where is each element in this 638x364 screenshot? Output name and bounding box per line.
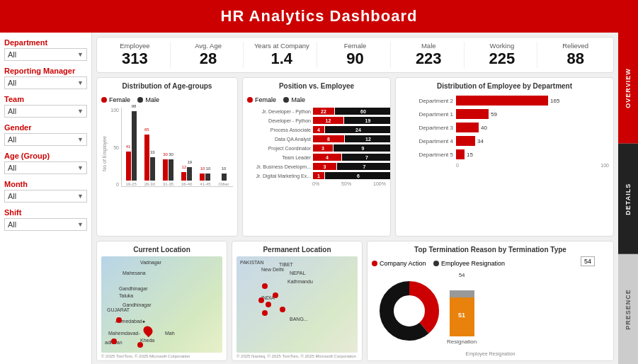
dept-bar-container: 34 [456,136,609,146]
perm-map-bang: BANG... [290,317,308,322]
position-chart-panel: Position vs. Employee Female Male [242,77,391,237]
dept-value: 15 [467,152,473,158]
donut-label-34: 34 [399,307,407,314]
term-resignation-dot [433,261,439,266]
filter-arrow-icon: ▼ [77,221,84,228]
dept-name: Department 2 [400,98,453,104]
termination-title: Top Termination Reason by Termination Ty… [372,246,609,254]
stat-value: 90 [320,50,390,68]
stat-label: Employee [100,42,170,50]
position-name: Developer - Python [247,118,311,123]
position-name: Team Leader [247,155,311,160]
dept-bar [456,136,475,146]
pos-male-bar: 7 [342,154,391,161]
pos-legend-male: Male [283,96,305,103]
age-legend-female: Female [101,96,130,103]
stat-label: Female [320,42,390,50]
tab-details[interactable]: DETAILS [618,144,638,255]
stat-label: Years at Company [246,42,317,50]
dept-bar [456,123,479,132]
app-container: HR Analytics Dashboard Department All ▼ … [0,0,638,364]
map-label-gandhinagar-taluka2: Taluka [119,293,133,298]
filter-value: All [8,135,16,144]
termination-panel: Top Termination Reason by Termination Ty… [367,241,614,361]
dept-x-0: 0 [456,163,459,168]
tab-presence[interactable]: PRESENCE [618,254,638,364]
filter-label: Department [4,38,87,47]
filter-label: Team [4,95,87,103]
position-bars-pair: 1 6 [313,172,391,179]
filter-value: All [8,192,16,200]
filter-group-shift: Shift All ▼ [4,208,87,231]
perm-dot-6 [262,310,268,316]
age-bar-group: 419819-25 [125,111,136,186]
filter-select[interactable]: All ▼ [4,105,87,118]
position-bars-pair: 4 24 [313,126,391,133]
dept-bar-container: 59 [456,109,609,119]
pos-female-bar: 12 [313,117,343,124]
filter-select[interactable]: All ▼ [4,190,87,203]
term-legend-company-label: Company Action [380,260,426,267]
age-group-label: 36-40 [181,182,192,186]
permanent-location-panel: Permanent Location TIBET New Delhi PAKIS… [232,241,363,361]
male-bar: 10 [222,174,227,181]
filter-select[interactable]: All ▼ [4,161,87,174]
pos-female-bar: 1 [313,172,324,179]
pos-legend-male-label: Male [291,96,305,103]
male-bar: 98 [132,111,137,181]
dept-bar [456,109,489,119]
age-bar-group: 101041-45 [200,174,210,186]
age-group-label: 19-25 [125,182,136,186]
age-chart-title: Distribution of Age-groups [101,82,233,90]
filter-arrow-icon: ▼ [77,164,84,171]
filter-arrow-icon: ▼ [77,51,84,58]
age-group-label: 41-45 [200,182,210,186]
term-badge-value: 54 [584,258,591,265]
pos-x-0: 0% [312,181,319,186]
position-row: Process Associate 4 24 [247,126,386,133]
male-bar-value: 98 [132,104,137,108]
tab-overview[interactable]: OVERVIEW [618,33,638,144]
position-row: Developer - Python 12 19 [247,117,386,124]
position-bars-pair: 8 12 [313,135,391,142]
filter-select[interactable]: All ▼ [4,48,87,61]
filter-label: Gender [4,123,87,132]
position-row: Jr. Developer - Python 22 60 [247,108,386,115]
filter-value: All [8,220,16,229]
female-bar-value: 10 [200,166,205,171]
donut-chart: 34 54 [377,279,441,343]
age-legend-female-label: Female [109,96,130,103]
term-legend-company: Company Action [372,260,426,267]
term-bar-label: Resignation [447,339,477,345]
donut-label-54: 54 [413,307,421,314]
stats-row: Employee 313 Avg. Age 28 Years at Compan… [96,37,614,73]
filter-group-department: Department All ▼ [4,38,87,61]
filter-label: Reporting Manager [4,67,87,75]
perm-map-kathmandu: Kathmandu [287,279,313,284]
term-bar-column: 51 [450,280,474,336]
map-label-gandhinagar: Gandhinagar [123,302,151,307]
y-tick-0: 0 [116,182,119,187]
female-bar: 41 [126,152,131,181]
age-bar-group: 10Other [219,174,229,186]
perm-map-tibet: TIBET [279,262,293,267]
map-label-mahemdavad: Mahemdavad- [108,331,140,336]
dept-row: Department 2 165 [400,96,609,106]
filter-select[interactable]: All ▼ [4,218,87,231]
male-bar-value: 10 [222,166,227,171]
bottom-row: Current Location Vadnagar Mahesana Gandh… [96,241,614,361]
position-bars-pair: 22 60 [313,108,391,115]
filter-select[interactable]: All ▼ [4,133,87,146]
filter-arrow-icon: ▼ [77,193,84,200]
current-location-map: Vadnagar Mahesana Gandhinagar Taluka Gan… [101,256,222,353]
female-bar: 12 [181,172,186,181]
filter-label: Month [4,180,87,188]
stat-value: 88 [540,50,610,68]
position-name: Jr. Digital Marketing Ex... [247,174,311,178]
perm-dot-4 [280,307,285,312]
dept-chart-title: Distribution of Employee by Department [400,82,609,90]
filter-select[interactable]: All ▼ [4,76,87,89]
map-label-gandhinagar-taluka: Gandhinagar [119,286,147,291]
dashboard-title: HR Analytics Dashboard [221,7,418,25]
male-dot [137,97,143,103]
